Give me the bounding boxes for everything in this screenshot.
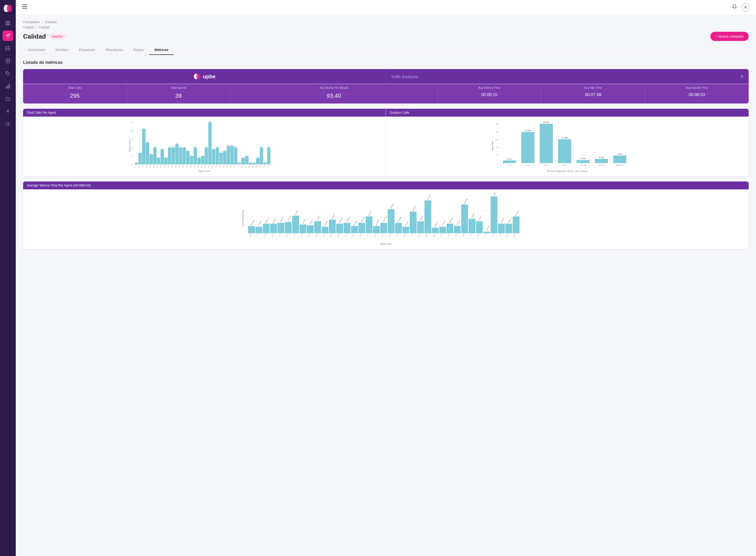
sidebar-item-page[interactable] (3, 56, 13, 66)
svg-rect-5 (5, 46, 7, 47)
chart2-body: Total Calls 0204060801002.37%0 a 227.80%… (386, 116, 749, 176)
svg-text:10: 10 (154, 146, 156, 148)
svg-text:3213: 3213 (286, 234, 289, 237)
svg-text:3854: 3854 (396, 234, 399, 237)
svg-text:00:00:15: 00:00:15 (478, 215, 483, 221)
svg-text:00:00:27: 00:00:27 (412, 206, 416, 211)
svg-text:1: 1 (136, 161, 137, 163)
tab-reglas[interactable]: Reglas (128, 45, 149, 55)
svg-text:8 a 12: 8 a 12 (562, 164, 567, 166)
user-avatar[interactable] (741, 3, 750, 11)
svg-rect-62 (161, 149, 164, 164)
svg-text:3942: 3942 (455, 234, 458, 237)
stat-avg-talk-value: 00:07:48 (544, 90, 642, 99)
metrics-dashboard: upbe Calls Analysis ≡ Total Calls 295 (23, 69, 749, 103)
svg-line-21 (9, 125, 9, 126)
svg-rect-86 (190, 156, 193, 164)
calls-analysis-menu[interactable]: ≡ (741, 74, 744, 79)
svg-text:3843: 3843 (196, 165, 199, 168)
svg-text:00:00:09: 00:00:09 (456, 220, 460, 226)
svg-text:0: 0 (497, 162, 498, 164)
svg-text:3804: 3804 (330, 234, 333, 237)
svg-text:11: 11 (228, 144, 229, 146)
sub-breadcrumb-1[interactable]: Calidad (23, 26, 34, 29)
metrics-logo-section: upbe (23, 69, 386, 84)
sidebar-item-chart[interactable] (3, 81, 13, 92)
svg-text:21: 21 (143, 128, 145, 129)
svg-text:2513: 2513 (138, 165, 141, 168)
sidebar-item-list[interactable] (3, 43, 13, 54)
svg-text:00:00:18: 00:00:18 (471, 213, 475, 218)
svg-text:10: 10 (184, 146, 185, 148)
new-campaign-button[interactable]: + Nueva campaña (710, 32, 749, 41)
tab-resultados[interactable]: Resultados (101, 45, 128, 55)
svg-text:3880: 3880 (218, 165, 221, 168)
sidebar-item-search[interactable] (3, 119, 13, 129)
breadcrumb-parent[interactable]: Campañas (23, 20, 40, 24)
svg-rect-210 (285, 222, 292, 233)
sidebar (0, 0, 16, 556)
svg-text:3904: 3904 (477, 234, 480, 237)
svg-rect-113 (223, 151, 227, 164)
page-title-row: Calidad Inactivo (23, 33, 66, 40)
tab-metricas[interactable]: Métricas (149, 45, 174, 55)
svg-rect-276 (447, 223, 453, 233)
svg-text:3979: 3979 (469, 234, 472, 237)
stat-avg-handle: Avg Handle Time 00:08:03 (645, 84, 749, 103)
svg-rect-80 (183, 148, 186, 164)
svg-rect-225 (322, 227, 328, 233)
stat-avg-talk: Avg Talk Time 00:07:48 (541, 84, 645, 103)
svg-text:3812: 3812 (182, 165, 185, 168)
sidebar-item-campaigns[interactable] (3, 31, 13, 41)
svg-text:1: 1 (250, 161, 251, 163)
chart3-svg: Time (HH:MM:SS) 00:00:09Nulo00:00:082513… (26, 193, 746, 245)
svg-text:35.25%: 35.25% (543, 121, 550, 123)
svg-text:15: 15 (131, 138, 133, 140)
hamburger-menu[interactable] (22, 4, 27, 10)
svg-text:3995: 3995 (484, 234, 487, 237)
calls-analysis-title: Calls Analysis (391, 74, 418, 79)
tab-modelos[interactable]: Modelos (50, 45, 74, 55)
stat-total-calls: Total Calls 295 (23, 84, 127, 103)
breadcrumb-current: Calidad (45, 20, 56, 24)
svg-rect-137 (253, 163, 256, 164)
svg-text:00:00:12: 00:00:12 (272, 217, 277, 223)
svg-rect-178 (576, 160, 590, 163)
tab-etiquetado[interactable]: Etiquetado (74, 45, 101, 55)
svg-point-27 (196, 73, 200, 79)
svg-rect-216 (300, 224, 306, 233)
svg-text:00:00:15: 00:00:15 (419, 215, 424, 221)
svg-rect-10 (7, 49, 10, 50)
calls-analysis-header: Calls Analysis ≡ (386, 69, 749, 84)
sidebar-item-folder[interactable] (3, 94, 13, 104)
stat-avg-silence-value: 00:00:15 (441, 90, 538, 99)
svg-rect-166 (503, 161, 516, 163)
svg-text:5: 5 (246, 154, 247, 156)
sidebar-item-menu[interactable] (3, 18, 13, 28)
sidebar-item-tag[interactable] (3, 68, 13, 79)
svg-text:3109: 3109 (264, 234, 266, 237)
svg-text:2.37%: 2.37% (507, 158, 512, 160)
svg-text:3039: 3039 (233, 165, 236, 168)
chart3-title: Average Silence Time Per Agent (HH:MM:SS… (27, 183, 745, 187)
svg-text:3217: 3217 (300, 234, 303, 237)
svg-rect-95 (201, 156, 204, 164)
svg-text:3826: 3826 (359, 234, 362, 237)
svg-text:15 a 17: 15 a 17 (598, 164, 604, 166)
svg-rect-213 (292, 216, 299, 233)
stat-avg-handle-label: Avg Handle Time (648, 86, 746, 89)
tab-dashboard[interactable]: Dashboard (23, 45, 50, 55)
svg-rect-204 (270, 223, 277, 233)
svg-text:00:00:21: 00:00:21 (515, 210, 519, 216)
svg-rect-267 (424, 200, 431, 233)
svg-text:00:00:21: 00:00:21 (368, 210, 372, 216)
notifications-icon[interactable] (732, 4, 737, 11)
svg-text:21.36%: 21.36% (562, 137, 568, 139)
svg-rect-249 (380, 223, 387, 233)
breadcrumb: Campañas › Calidad (23, 20, 749, 24)
svg-rect-270 (432, 228, 439, 233)
svg-text:3858: 3858 (411, 234, 413, 237)
sidebar-item-person[interactable] (3, 106, 13, 116)
svg-text:3801: 3801 (171, 165, 174, 168)
chart1-title: Total Calls Per Agent (27, 111, 382, 114)
